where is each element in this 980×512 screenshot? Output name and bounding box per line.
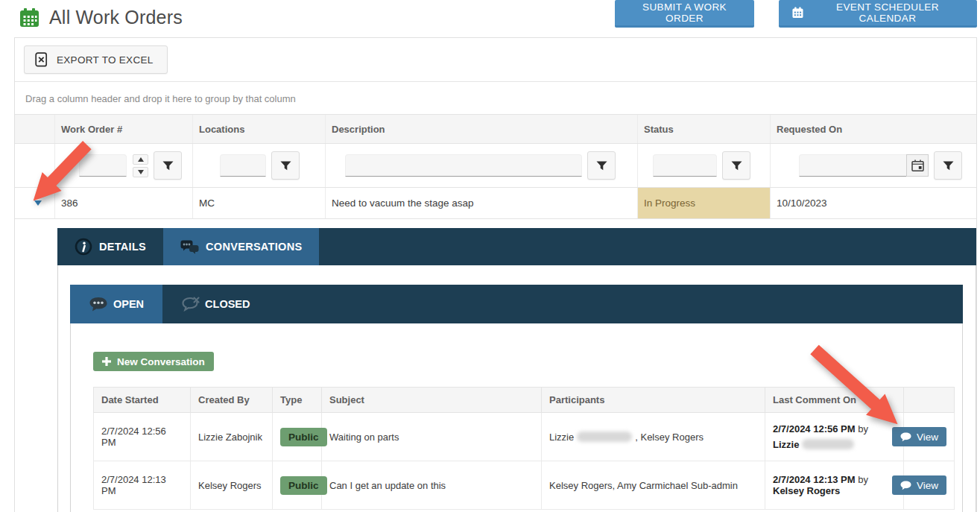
work-order-filter-input[interactable] bbox=[79, 154, 127, 177]
status-filter-input[interactable] bbox=[653, 154, 717, 177]
cell-subject: Can I get an update on this bbox=[322, 461, 542, 510]
page-title: All Work Orders bbox=[49, 7, 183, 28]
column-header-locations[interactable]: Locations bbox=[192, 115, 325, 143]
arrow-up-icon bbox=[138, 157, 144, 162]
view-button-label: View bbox=[917, 480, 938, 491]
calendar-icon bbox=[792, 7, 803, 19]
spinner-down-button[interactable] bbox=[133, 167, 148, 177]
cell-last-comment-on: 2/7/2024 12:13 PM by Kelsey Rogers bbox=[765, 461, 904, 510]
description-filter-button[interactable] bbox=[587, 151, 616, 180]
grid-toolbar: EXPORT TO EXCEL bbox=[15, 38, 976, 82]
cell-requested-on: 10/10/2023 bbox=[770, 188, 976, 218]
conversation-state-tabstrip: OPEN CLOSED bbox=[70, 285, 963, 323]
conversations-tab-content: OPEN CLOSED New Conversation bbox=[57, 265, 976, 512]
type-badge: Public bbox=[280, 428, 327, 446]
grid-filter-row bbox=[15, 144, 976, 188]
filter-funnel-icon bbox=[943, 161, 954, 171]
chat-bubble-icon bbox=[900, 481, 911, 490]
cell-date-started: 2/7/2024 12:56 PM bbox=[94, 413, 191, 461]
collapse-row-icon[interactable] bbox=[34, 200, 42, 206]
tab-closed-label: CLOSED bbox=[205, 298, 250, 310]
new-conversation-button[interactable]: New Conversation bbox=[93, 352, 214, 371]
column-header-participants[interactable]: Participants bbox=[542, 388, 765, 413]
column-header-requested-on[interactable]: Requested On bbox=[770, 115, 976, 143]
open-conversations-panel: New Conversation Date Started Created By… bbox=[70, 323, 963, 512]
group-by-hint: Drag a column header and drop it here to… bbox=[15, 82, 976, 114]
calendar-icon bbox=[19, 8, 39, 28]
work-orders-panel: EXPORT TO EXCEL Drag a column header and… bbox=[14, 37, 977, 512]
column-header-date-started[interactable]: Date Started bbox=[94, 388, 191, 413]
cell-created-by: Lizzie Zabojnik bbox=[191, 413, 273, 461]
participant-name: , Kelsey Rogers bbox=[635, 432, 704, 443]
locations-filter-input[interactable] bbox=[220, 154, 266, 177]
filter-funnel-icon bbox=[731, 161, 742, 171]
excel-file-icon bbox=[35, 52, 48, 67]
row-detail-panel: DETAILS CONVERSATIONS bbox=[15, 219, 976, 512]
description-filter-input[interactable] bbox=[345, 154, 582, 177]
chat-bubble-icon bbox=[900, 432, 911, 442]
conversations-header-row: Date Started Created By Type Subject Par… bbox=[94, 388, 955, 413]
tab-open[interactable]: OPEN bbox=[70, 285, 162, 323]
column-header-work-order[interactable]: Work Order # bbox=[54, 115, 192, 143]
view-button-label: View bbox=[917, 432, 938, 443]
submit-work-order-button[interactable]: SUBMIT A WORK ORDER bbox=[615, 0, 754, 28]
conversation-row: 2/7/2024 12:56 PM Lizzie Zabojnik Public… bbox=[94, 413, 955, 461]
tab-details-label: DETAILS bbox=[99, 241, 146, 253]
conversations-icon bbox=[180, 240, 199, 254]
spinner-up-button[interactable] bbox=[133, 154, 148, 165]
date-picker-button[interactable] bbox=[906, 154, 929, 177]
view-button[interactable]: View bbox=[892, 475, 946, 495]
submit-work-order-label: SUBMIT A WORK ORDER bbox=[628, 1, 741, 24]
tab-open-label: OPEN bbox=[113, 298, 144, 310]
cell-subject: Waiting on parts bbox=[322, 413, 542, 461]
status-badge: In Progress bbox=[637, 188, 770, 218]
column-header-type[interactable]: Type bbox=[273, 388, 322, 413]
conversation-row: 2/7/2024 12:13 PM Kelsey Rogers Public C… bbox=[94, 461, 955, 510]
conversations-table: Date Started Created By Type Subject Par… bbox=[93, 387, 955, 510]
page: { "header": { "title": "All Work Orders"… bbox=[0, 0, 980, 512]
cell-actions: View bbox=[904, 413, 955, 461]
work-order-spinner bbox=[133, 154, 148, 177]
filter-funnel-icon bbox=[596, 161, 607, 171]
tab-conversations-label: CONVERSATIONS bbox=[206, 241, 302, 253]
column-header-actions bbox=[904, 388, 955, 413]
cell-last-comment-on: 2/7/2024 12:56 PM by Lizzie bbox=[765, 413, 904, 461]
cell-created-by: Kelsey Rogers bbox=[191, 461, 273, 510]
grid-header-row: Work Order # Locations Description Statu… bbox=[15, 114, 976, 144]
cell-work-order: 386 bbox=[54, 188, 192, 218]
redacted-text bbox=[577, 432, 632, 442]
locations-filter-button[interactable] bbox=[271, 151, 300, 180]
cell-description: Need to vacuum the stage asap bbox=[325, 188, 637, 218]
column-header-subject[interactable]: Subject bbox=[322, 388, 542, 413]
expander-column-header bbox=[15, 115, 54, 143]
column-header-last-comment-on[interactable]: Last Comment On bbox=[765, 388, 904, 413]
export-to-excel-button[interactable]: EXPORT TO EXCEL bbox=[24, 45, 168, 74]
filter-funnel-icon bbox=[280, 161, 291, 171]
calendar-icon bbox=[911, 159, 924, 171]
view-button[interactable]: View bbox=[892, 427, 946, 446]
filter-funnel-icon bbox=[162, 161, 174, 171]
tab-details[interactable]: DETAILS bbox=[57, 228, 163, 265]
event-scheduler-calendar-button[interactable]: EVENT SCHEDULER CALENDAR bbox=[779, 0, 977, 28]
column-header-created-by[interactable]: Created By bbox=[191, 388, 273, 413]
redacted-text bbox=[802, 439, 854, 449]
column-header-status[interactable]: Status bbox=[637, 115, 770, 143]
requested-on-filter-input[interactable] bbox=[799, 154, 907, 177]
event-scheduler-calendar-label: EVENT SCHEDULER CALENDAR bbox=[812, 1, 964, 24]
detail-tabstrip: DETAILS CONVERSATIONS bbox=[57, 228, 976, 265]
plus-icon bbox=[102, 357, 111, 366]
tab-closed[interactable]: CLOSED bbox=[162, 285, 268, 323]
closed-conversations-icon bbox=[181, 297, 200, 312]
export-to-excel-label: EXPORT TO EXCEL bbox=[57, 54, 154, 66]
cell-actions: View bbox=[904, 461, 955, 510]
type-badge: Public bbox=[280, 476, 327, 495]
open-conversations-icon bbox=[89, 297, 108, 312]
cell-participants: Lizzie, Kelsey Rogers bbox=[542, 413, 765, 461]
status-filter-button[interactable] bbox=[722, 151, 750, 180]
info-icon bbox=[75, 238, 92, 256]
tab-conversations[interactable]: CONVERSATIONS bbox=[163, 228, 319, 265]
participant-name: Lizzie bbox=[549, 432, 574, 443]
work-order-filter-button[interactable] bbox=[154, 151, 182, 180]
requested-on-filter-button[interactable] bbox=[934, 151, 962, 180]
column-header-description[interactable]: Description bbox=[325, 115, 637, 143]
